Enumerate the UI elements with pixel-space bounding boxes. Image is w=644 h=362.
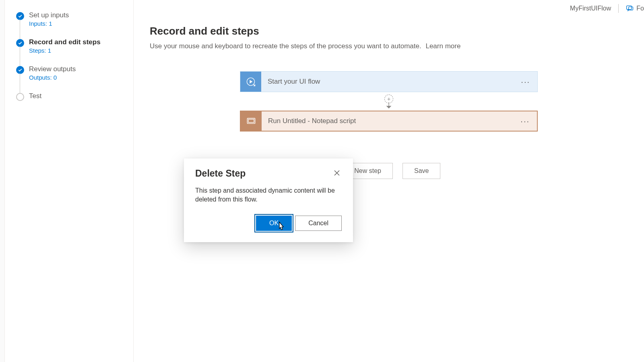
flow-name: MyFirstUIFlow	[570, 5, 611, 12]
comment-action[interactable]: Fo	[626, 5, 644, 12]
page-subtitle: Use your mouse and keyboard to recreate …	[150, 42, 628, 50]
sidebar-item-label: Set up inputs	[29, 11, 127, 19]
arrow-down-icon	[385, 102, 392, 111]
topbar: MyFirstUIFlow Fo	[570, 4, 644, 13]
sidebar-item-label: Test	[29, 92, 127, 100]
close-icon[interactable]	[332, 168, 342, 178]
sidebar-item-review-outputs[interactable]: Review outputs Outputs: 0	[16, 65, 127, 92]
ok-button[interactable]: OK	[256, 216, 292, 231]
more-icon[interactable]: ···	[514, 77, 537, 86]
check-icon	[16, 12, 24, 20]
circle-icon	[16, 93, 24, 101]
topbar-right-label: Fo	[636, 5, 644, 12]
svg-rect-4	[248, 119, 254, 123]
more-icon[interactable]: ···	[513, 117, 537, 126]
sidebar-item-label: Record and edit steps	[29, 38, 127, 46]
dialog-title: Delete Step	[195, 168, 246, 179]
svg-rect-0	[627, 6, 632, 9]
page-title: Record and edit steps	[150, 25, 628, 37]
save-button[interactable]: Save	[402, 163, 440, 179]
play-cycle-icon	[240, 72, 261, 92]
screen-icon	[241, 111, 262, 131]
flow-card-start[interactable]: Start your UI flow ···	[240, 71, 538, 92]
flow-card-run-script[interactable]: Run Untitled - Notepad script ···	[240, 111, 538, 132]
sidebar-item-setup-inputs[interactable]: Set up inputs Inputs: 1	[16, 11, 127, 38]
left-edge-strip	[0, 0, 5, 362]
learn-more-link[interactable]: Learn more	[425, 42, 460, 50]
sidebar-item-sub: Outputs: 0	[29, 74, 127, 81]
card-label: Run Untitled - Notepad script	[262, 117, 513, 125]
dialog-body: This step and associated dynamic content…	[195, 186, 342, 204]
delete-step-dialog: Delete Step This step and associated dyn…	[184, 158, 353, 242]
sidebar-item-sub: Steps: 1	[29, 47, 127, 54]
check-icon	[16, 39, 24, 47]
comment-icon	[626, 5, 634, 12]
sidebar-item-record-steps[interactable]: Record and edit steps Steps: 1	[16, 38, 127, 65]
sidebar-item-label: Review outputs	[29, 65, 127, 73]
sidebar-item-test[interactable]: Test	[16, 92, 127, 111]
divider	[618, 4, 619, 13]
check-icon	[16, 66, 24, 74]
connector: +	[240, 92, 538, 111]
cancel-button[interactable]: Cancel	[295, 216, 342, 231]
sidebar-item-sub: Inputs: 1	[29, 20, 127, 27]
card-label: Start your UI flow	[261, 78, 514, 86]
wizard-sidebar: Set up inputs Inputs: 1 Record and edit …	[5, 0, 134, 362]
